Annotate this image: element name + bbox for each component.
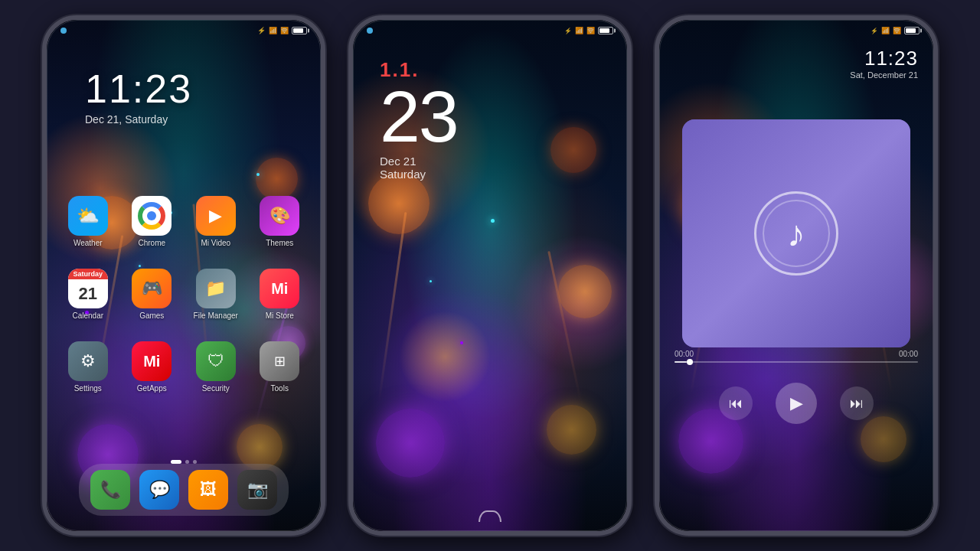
gallery-emoji: 🖼: [200, 480, 217, 500]
prev-button[interactable]: ⏮: [719, 386, 753, 420]
clock-date-3: Sat, December 21: [850, 70, 918, 80]
app-weather[interactable]: ⛅ Weather: [60, 196, 116, 247]
album-art: ♪: [682, 119, 910, 347]
status-right-2: ⚡ 📶 🛜: [564, 27, 613, 34]
dock-messages[interactable]: 💬: [139, 470, 179, 510]
app-themes[interactable]: 🎨 Themes: [253, 196, 308, 247]
messages-emoji: 💬: [149, 480, 170, 500]
app-label-security: Security: [202, 384, 230, 393]
security-emoji: 🛡: [207, 351, 224, 371]
tools-emoji: ⊞: [274, 353, 286, 370]
app-filemanager[interactable]: 📁 File Manager: [188, 269, 243, 320]
app-label-chrome: Chrome: [138, 239, 165, 247]
play-button[interactable]: ▶: [776, 383, 817, 424]
app-label-calendar: Calendar: [72, 311, 103, 320]
prev-icon: ⏮: [729, 396, 743, 412]
dock-icon-gallery: 🖼: [188, 470, 228, 510]
clock-time-1: 11:23: [85, 66, 192, 112]
signal-icon-3: 📶: [881, 27, 890, 34]
bluetooth-icon-2: ⚡: [564, 28, 572, 34]
app-label-themes: Themes: [266, 239, 293, 247]
app-icon-chrome: [132, 196, 172, 236]
app-icon-weather: ⛅: [68, 196, 108, 236]
app-games[interactable]: 🎮 Games: [125, 269, 180, 320]
front-camera-dot-2: [367, 28, 373, 34]
next-icon: ⏭: [850, 396, 864, 412]
cal-header: Saturday: [68, 269, 108, 279]
status-bar-3: ⚡ 📶 🛜: [659, 20, 933, 41]
time-start: 00:00: [675, 350, 694, 358]
front-camera-dot: [60, 28, 67, 34]
app-icon-getapps: Mi: [132, 341, 172, 381]
dock-gallery[interactable]: 🖼: [188, 470, 228, 510]
app-icon-settings: ⚙: [68, 341, 108, 381]
getapps-emoji: Mi: [143, 353, 160, 370]
app-getapps[interactable]: Mi GetApps: [125, 341, 180, 393]
clock-day-2: Saturday: [380, 168, 458, 181]
app-grid-row1: ⛅ Weather Chrome ▶ Mi Video 🎨 Themes: [60, 196, 307, 247]
app-icon-calendar: Saturday 21: [68, 269, 108, 308]
app-mivideo[interactable]: ▶ Mi Video: [188, 196, 243, 247]
phone-3: ⚡ 📶 🛜 11:23 Sat, December 21 ♪ 00:00 00:…: [655, 15, 938, 536]
app-label-getapps: GetApps: [137, 384, 167, 393]
battery-icon-1: [292, 27, 307, 34]
time-end: 00:00: [899, 350, 918, 358]
gesture-bar[interactable]: [479, 510, 501, 522]
status-bar-1: ⚡ 📶 🛜: [47, 20, 321, 41]
progress-fill: [675, 361, 687, 363]
app-grid-row3: ⚙ Settings Mi GetApps 🛡 Security ⊞ Tools: [60, 341, 307, 393]
app-icon-filemanager: 📁: [196, 269, 236, 308]
signal-icon: 📶: [269, 27, 277, 34]
play-icon: ▶: [790, 393, 803, 413]
dock-phone[interactable]: 📞: [90, 470, 130, 510]
signal-icon-2: 📶: [575, 27, 583, 34]
app-label-games: Games: [139, 311, 164, 320]
app-label-settings: Settings: [74, 384, 102, 393]
next-button[interactable]: ⏭: [840, 386, 874, 420]
mistore-emoji: Mi: [271, 280, 288, 298]
app-label-filemanager: File Manager: [194, 311, 238, 320]
app-calendar[interactable]: Saturday 21 Calendar: [60, 269, 116, 320]
app-security[interactable]: 🛡 Security: [188, 341, 243, 393]
phone-emoji: 📞: [100, 480, 121, 500]
status-left-2: [367, 28, 373, 34]
settings-emoji: ⚙: [80, 351, 96, 371]
status-bar-2: ⚡ 📶 🛜: [353, 20, 627, 41]
camera-emoji: 📷: [247, 480, 268, 500]
wifi-icon-3: 🛜: [893, 27, 901, 34]
app-grid-row2: Saturday 21 Calendar 🎮 Games 📁 File Mana…: [60, 269, 307, 320]
filemanager-emoji: 📁: [205, 279, 226, 298]
bluetooth-icon: ⚡: [257, 27, 266, 34]
app-label-mivideo: Mi Video: [201, 239, 230, 247]
clock-date-1: Dec 21, Saturday: [85, 113, 192, 126]
app-label-mistore: Mi Store: [266, 311, 294, 320]
weather-emoji: ⛅: [77, 205, 100, 227]
clock-widget-1: 11:23 Dec 21, Saturday: [85, 66, 192, 126]
nav-dots-1: [171, 460, 197, 464]
status-right-1: ⚡ 📶 🛜: [257, 27, 307, 34]
app-chrome[interactable]: Chrome: [125, 196, 180, 247]
app-icon-tools: ⊞: [260, 341, 299, 381]
music-disc: ♪: [754, 191, 838, 276]
clock-time-3: 11:23: [850, 47, 918, 70]
dot-3: [193, 460, 197, 464]
app-icon-themes: 🎨: [260, 196, 299, 236]
chrome-center: [147, 211, 156, 220]
music-widget[interactable]: ♪: [682, 119, 910, 347]
dock-camera[interactable]: 📷: [237, 470, 277, 510]
clock-widget-3: 11:23 Sat, December 21: [850, 47, 918, 80]
dock-icon-messages: 💬: [139, 470, 179, 510]
games-emoji: 🎮: [142, 279, 162, 298]
gesture-chevron: [479, 510, 501, 522]
progress-times: 00:00 00:00: [675, 350, 918, 358]
phone-2: ⚡ 📶 🛜 1.1. 23 Dec 21 Saturday: [348, 15, 632, 536]
calendar-icon-inner: Saturday 21: [68, 269, 108, 308]
app-tools[interactable]: ⊞ Tools: [253, 341, 308, 393]
app-icon-mistore: Mi: [260, 269, 299, 308]
progress-bar[interactable]: [675, 361, 918, 363]
app-settings[interactable]: ⚙ Settings: [60, 341, 116, 393]
app-mistore[interactable]: Mi Mi Store: [253, 269, 308, 320]
music-progress[interactable]: 00:00 00:00: [675, 350, 918, 363]
progress-handle[interactable]: [687, 359, 693, 365]
dock-icon-phone: 📞: [90, 470, 130, 510]
